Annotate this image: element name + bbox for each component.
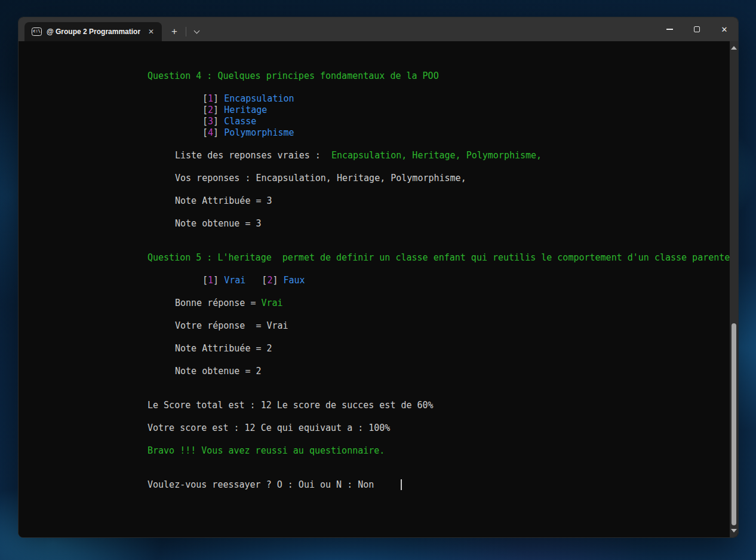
terminal-line <box>41 388 730 400</box>
terminal-line <box>41 82 730 93</box>
terminal-line <box>41 457 730 468</box>
terminal-text: 4 <box>208 127 213 138</box>
terminal-text: 2 <box>208 105 213 115</box>
terminal-text: Question 5 : L'heritage permet de defini… <box>147 252 730 263</box>
terminal-line: Note Attribuée = 2 <box>41 343 730 354</box>
scrollbar[interactable] <box>730 41 738 537</box>
terminal-line: Votre réponse = Vrai <box>41 320 730 332</box>
terminal-line: Question 5 : L'heritage permet de defini… <box>41 252 730 264</box>
terminal-line: [2] Heritage <box>41 105 730 116</box>
terminal-line <box>41 161 730 173</box>
terminal-text: [ <box>202 93 208 104</box>
close-button[interactable]: ✕ <box>711 17 738 41</box>
terminal-line: Votre score est : 12 Ce qui equivaut a :… <box>41 423 730 434</box>
terminal-line: Note obtenue = 3 <box>41 218 730 229</box>
terminal-text: [ <box>245 275 267 286</box>
scroll-down-arrow-icon[interactable] <box>730 527 738 535</box>
terminal-text: [ <box>202 127 208 138</box>
terminal-text: Encapsulation, Heritage, Polymorphisme, <box>331 150 542 161</box>
command-prompt-icon: c:\ <box>32 27 42 36</box>
terminal-line: Question 4 : Quelques principes fondamen… <box>41 71 730 82</box>
terminal-text: Polymorphisme <box>224 127 294 138</box>
terminal-text: 1 <box>208 275 213 286</box>
terminal-text: ] <box>272 275 283 286</box>
tab-close-icon[interactable]: ✕ <box>145 26 157 38</box>
scrollbar-thumb[interactable] <box>732 323 736 525</box>
terminal-text: Encapsulation <box>224 93 294 104</box>
terminal-line: Voulez-vous reessayer ? O : Oui ou N : N… <box>41 479 730 491</box>
terminal-text: ] <box>213 105 224 115</box>
terminal-text: ] <box>213 93 224 104</box>
title-bar: c:\ @ Groupe 2 Programmation o ✕ + ✕ <box>19 17 738 41</box>
tab-divider <box>186 27 186 36</box>
terminal-line <box>41 286 730 298</box>
terminal-window: c:\ @ Groupe 2 Programmation o ✕ + ✕ Que… <box>18 17 739 538</box>
terminal-text: Bravo !!! Vous avez reussi au questionna… <box>147 445 385 456</box>
terminal-line: Vos reponses : Encapsulation, Heritage, … <box>41 173 730 184</box>
minimize-button[interactable] <box>656 17 683 41</box>
terminal-area[interactable]: Question 4 : Quelques principes fondamen… <box>19 41 738 537</box>
terminal-line: [1] Vrai [2] Faux <box>41 275 730 286</box>
terminal-text: Question 4 : Quelques principes fondamen… <box>147 71 439 81</box>
terminal-line <box>41 241 730 252</box>
terminal-line: Le Score total est : 12 Le score de succ… <box>41 400 730 411</box>
terminal-output[interactable]: Question 4 : Quelques principes fondamen… <box>19 41 730 537</box>
terminal-line <box>41 264 730 275</box>
terminal-text: Votre réponse = Vrai <box>175 320 288 331</box>
terminal-text: Faux <box>283 275 305 286</box>
terminal-text: [ <box>202 105 208 115</box>
terminal-text: Vrai <box>262 298 283 308</box>
terminal-text: ] <box>213 127 224 138</box>
terminal-line: Note obtenue = 2 <box>41 366 730 377</box>
desktop: { "window": { "tab": { "icon_glyph": "c:… <box>0 0 756 560</box>
terminal-line <box>41 207 730 218</box>
new-tab-button[interactable]: + <box>165 23 183 40</box>
terminal-text: 1 <box>208 93 213 104</box>
chevron-down-icon <box>193 27 199 33</box>
window-controls: ✕ <box>656 17 738 41</box>
terminal-line <box>41 411 730 423</box>
terminal-line: Note Attribuée = 3 <box>41 195 730 207</box>
terminal-line <box>41 468 730 479</box>
terminal-text: [ <box>202 116 208 127</box>
terminal-line: [4] Polymorphisme <box>41 127 730 139</box>
terminal-line <box>41 354 730 366</box>
terminal-text: Note Attribuée = 2 <box>175 343 272 354</box>
terminal-text <box>374 479 401 490</box>
terminal-line <box>41 309 730 320</box>
tab-title: @ Groupe 2 Programmation o <box>47 27 140 36</box>
terminal-tab[interactable]: c:\ @ Groupe 2 Programmation o ✕ <box>24 22 162 41</box>
tab-dropdown-button[interactable] <box>189 23 204 40</box>
scroll-up-arrow-icon[interactable] <box>730 44 738 52</box>
terminal-text: Heritage <box>224 105 267 115</box>
terminal-text: Note obtenue = 3 <box>175 218 262 229</box>
terminal-line <box>41 434 730 445</box>
terminal-line: [1] Encapsulation <box>41 93 730 105</box>
text-cursor <box>401 479 402 490</box>
terminal-line <box>41 377 730 388</box>
maximize-icon <box>694 26 700 32</box>
terminal-text: Bonne réponse = <box>175 298 262 308</box>
minimize-icon <box>666 29 673 29</box>
terminal-text: Note obtenue = 2 <box>175 366 262 377</box>
close-icon: ✕ <box>721 26 728 33</box>
terminal-text: [ <box>202 275 208 286</box>
terminal-text: Vos reponses : Encapsulation, Heritage, … <box>175 173 466 183</box>
terminal-line: [3] Classe <box>41 116 730 127</box>
maximize-button[interactable] <box>683 17 711 41</box>
terminal-line: Liste des reponses vraies : Encapsulatio… <box>41 150 730 161</box>
terminal-line <box>41 229 730 241</box>
terminal-text: ] <box>213 116 224 127</box>
terminal-text: Voulez-vous reessayer ? O : Oui ou N : N… <box>147 479 374 490</box>
terminal-line <box>41 332 730 343</box>
terminal-line <box>41 184 730 195</box>
terminal-line: Bravo !!! Vous avez reussi au questionna… <box>41 445 730 457</box>
terminal-text: Le Score total est : 12 Le score de succ… <box>147 400 434 411</box>
terminal-text: Note Attribuée = 3 <box>175 195 272 206</box>
terminal-text: ] <box>213 275 224 286</box>
terminal-text: Votre score est : 12 Ce qui equivaut a :… <box>147 423 390 433</box>
terminal-line <box>41 139 730 150</box>
terminal-text: Liste des reponses vraies : <box>175 150 331 161</box>
terminal-text: 3 <box>208 116 213 127</box>
terminal-text: Classe <box>224 116 256 127</box>
